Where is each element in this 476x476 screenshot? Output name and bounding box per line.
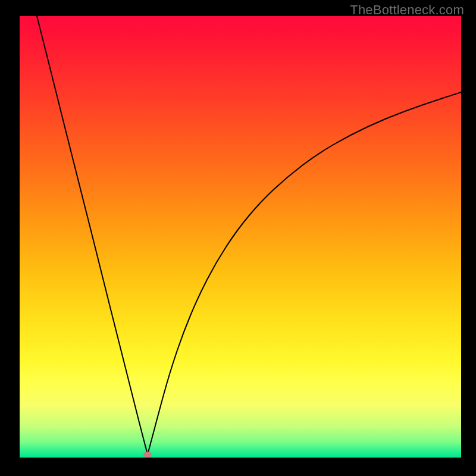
gradient-plot-area (20, 16, 461, 458)
curve-right-branch (148, 92, 461, 455)
curve-left-branch (37, 16, 148, 455)
bottleneck-curve (20, 16, 461, 458)
watermark-text: TheBottleneck.com (350, 2, 464, 18)
minimum-marker (143, 452, 152, 458)
